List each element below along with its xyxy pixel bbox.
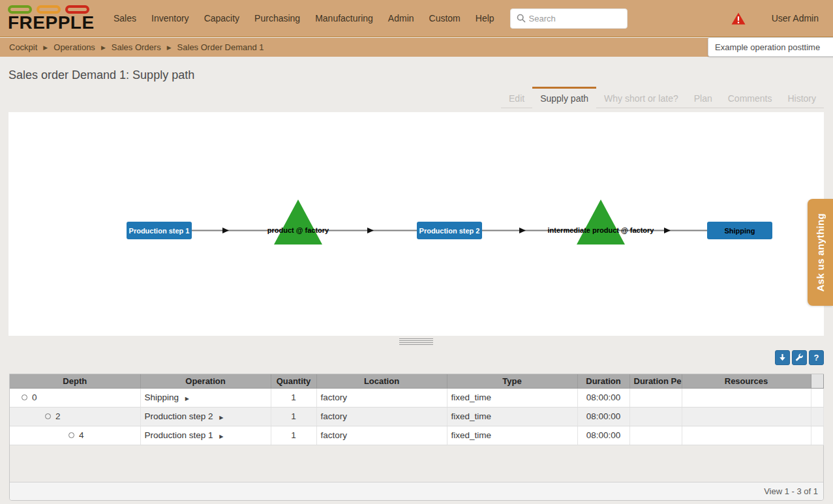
- operation-link-production-step-1[interactable]: Production step 1: [145, 430, 213, 440]
- search-input[interactable]: [529, 14, 621, 23]
- depth-cell: 4: [14, 426, 136, 445]
- operation-menu-caret-icon[interactable]: ▶: [185, 396, 189, 402]
- pager-status: View 1 - 3 of 1: [764, 486, 818, 496]
- menu-item-sales[interactable]: Sales: [114, 13, 136, 23]
- frepple-app: FREPPLE Sales Inventory Capacity Purchas…: [0, 0, 833, 504]
- depth-value: 2: [55, 411, 61, 421]
- resources-cell: [682, 407, 811, 426]
- breadcrumb-sales-orders[interactable]: Sales Orders: [112, 42, 161, 52]
- type-cell: fixed_time: [447, 426, 577, 445]
- logo-text: FREPPLE: [8, 14, 97, 31]
- resources-cell: [682, 426, 811, 445]
- scrollbar-spacer: [811, 374, 823, 388]
- table-row-shipping: 0 Shipping ▶ 1 factory fixed_time 08:00:…: [10, 388, 823, 407]
- breadcrumb-cockpit[interactable]: Cockpit: [9, 42, 37, 52]
- user-menu[interactable]: User Admin: [772, 13, 819, 23]
- breadcrumb-sales-order-demand-1[interactable]: Sales Order Demand 1: [177, 42, 264, 52]
- tab-bar: Edit Supply path Why short or late? Plan…: [501, 87, 824, 108]
- duration-per-cell: [629, 388, 682, 407]
- download-button[interactable]: [775, 350, 790, 365]
- depth-cell: 2: [14, 408, 136, 426]
- spacer-cell: [811, 407, 823, 426]
- grid-table: Depth Operation Quantity Location Type D…: [10, 374, 824, 445]
- column-header-quantity[interactable]: Quantity: [271, 374, 316, 388]
- duration-per-cell: [629, 426, 682, 445]
- menu-item-manufacturing[interactable]: Manufacturing: [315, 13, 373, 23]
- breadcrumb: Cockpit ▶ Operations ▶ Sales Orders ▶ Sa…: [0, 38, 833, 57]
- feedback-tab[interactable]: Ask us anything: [808, 199, 833, 306]
- grid-header-row: Depth Operation Quantity Location Type D…: [10, 374, 823, 388]
- tab-edit[interactable]: Edit: [501, 87, 532, 108]
- column-header-resources[interactable]: Resources: [682, 374, 811, 388]
- tab-why-short-or-late[interactable]: Why short or late?: [596, 87, 686, 108]
- customize-button[interactable]: [792, 350, 807, 365]
- column-header-depth[interactable]: Depth: [10, 374, 140, 388]
- operation-menu-caret-icon[interactable]: ▶: [219, 434, 223, 439]
- duration-per-cell: [629, 407, 682, 426]
- wrench-icon: [795, 353, 804, 362]
- menu-item-inventory[interactable]: Inventory: [151, 13, 189, 23]
- grid-toolbar: ?: [775, 350, 824, 365]
- buffer-node-intermediate-product-factory[interactable]: [577, 200, 625, 245]
- buffer-label-product-factory[interactable]: product @ factory: [267, 226, 329, 234]
- breadcrumb-sep-icon: ▶: [43, 44, 48, 51]
- duration-cell: 08:00:00: [577, 407, 629, 426]
- operation-link-production-step-2[interactable]: Production step 2: [145, 411, 213, 421]
- operation-node-production-step-2[interactable]: Production step 2: [417, 222, 482, 239]
- column-header-duration[interactable]: Duration: [577, 374, 629, 388]
- menu-item-custom[interactable]: Custom: [429, 13, 461, 23]
- navbar-right: User Admin: [731, 12, 819, 25]
- supply-path-diagram: Production step 1 product @ factory Prod…: [8, 112, 824, 336]
- menu-item-capacity[interactable]: Capacity: [204, 13, 239, 23]
- spacer-cell: [811, 426, 823, 445]
- breadcrumb-operations[interactable]: Operations: [53, 42, 95, 52]
- depth-cell: 0: [14, 389, 136, 407]
- breadcrumb-sep-icon: ▶: [101, 44, 106, 51]
- buffer-node-product-factory[interactable]: [274, 200, 322, 245]
- menu-item-admin[interactable]: Admin: [388, 13, 414, 23]
- tree-node-icon[interactable]: [45, 413, 51, 419]
- tree-node-icon[interactable]: [68, 432, 74, 438]
- search-box[interactable]: [510, 8, 628, 29]
- operation-link-shipping[interactable]: Shipping: [145, 393, 179, 402]
- location-cell: factory: [316, 426, 447, 445]
- buffer-label-intermediate-product-factory[interactable]: intermediate product @ factory: [548, 226, 654, 234]
- tab-plan[interactable]: Plan: [686, 87, 720, 108]
- tab-history[interactable]: History: [780, 87, 824, 108]
- grid-pager: View 1 - 3 of 1: [10, 482, 823, 500]
- top-navbar: FREPPLE Sales Inventory Capacity Purchas…: [0, 0, 833, 37]
- quantity-cell: 1: [271, 426, 316, 445]
- menu-item-help[interactable]: Help: [476, 13, 494, 23]
- depth-value: 0: [32, 393, 37, 402]
- operation-node-production-step-1[interactable]: Production step 1: [127, 222, 192, 239]
- column-header-type[interactable]: Type: [447, 374, 577, 388]
- menu-item-purchasing[interactable]: Purchasing: [254, 13, 300, 23]
- table-row-production-step-2: 2 Production step 2 ▶ 1 factory fixed_ti…: [10, 407, 823, 426]
- column-header-location[interactable]: Location: [316, 374, 447, 388]
- quantity-cell: 1: [271, 388, 316, 407]
- column-header-duration-per[interactable]: Duration Per Unit: [629, 374, 682, 388]
- main-menu: Sales Inventory Capacity Purchasing Manu…: [114, 13, 494, 23]
- tab-comments[interactable]: Comments: [720, 87, 780, 108]
- type-cell: fixed_time: [447, 388, 577, 407]
- location-cell: factory: [316, 407, 447, 426]
- frepple-logo[interactable]: FREPPLE: [8, 5, 97, 31]
- column-header-operation[interactable]: Operation: [140, 374, 271, 388]
- duration-cell: 08:00:00: [577, 426, 629, 445]
- type-cell: fixed_time: [447, 407, 577, 426]
- operation-node-shipping[interactable]: Shipping: [707, 222, 772, 239]
- panel-resize-handle[interactable]: [399, 338, 433, 346]
- page-title: Sales order Demand 1: Supply path: [8, 68, 194, 82]
- tree-node-icon[interactable]: [22, 394, 27, 400]
- operation-menu-caret-icon[interactable]: ▶: [219, 415, 223, 421]
- quantity-cell: 1: [271, 407, 316, 426]
- breadcrumb-sep-icon: ▶: [167, 44, 172, 51]
- help-button[interactable]: ?: [809, 350, 824, 365]
- table-row-production-step-1: 4 Production step 1 ▶ 1 factory fixed_ti…: [10, 426, 823, 445]
- feedback-tab-label: Ask us anything: [815, 213, 826, 291]
- alert-triangle-icon[interactable]: [731, 12, 746, 25]
- search-icon: [517, 14, 526, 23]
- supply-path-grid: Depth Operation Quantity Location Type D…: [9, 374, 824, 501]
- scenario-info-box[interactable]: Example operation posttime: [708, 37, 833, 57]
- tab-supply-path[interactable]: Supply path: [532, 87, 596, 108]
